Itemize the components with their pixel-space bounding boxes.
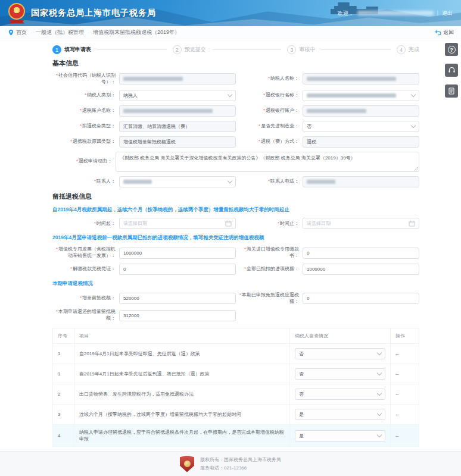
period-end-label: *时间止： [236,221,303,227]
credit-code-input[interactable] [119,73,236,84]
service-phone: 服务电话：021-12366 [200,464,281,472]
refund-bank-account-input[interactable] [303,105,419,117]
breadcrumb: 首页 · 一般退（抵）税管理 · 增值税期末留抵税额退税（2019年） 返回 [0,26,461,39]
total-deducted-input-tax-input[interactable]: 1000000 [303,264,419,275]
advanced-manufacturing-control: 否 [303,121,419,132]
contact-phone-input[interactable] [303,176,419,187]
chevron-down-icon [411,123,416,127]
refund-bank-name-input[interactable] [303,90,419,101]
self-check-select-3[interactable]: 否 [295,389,385,400]
applied-refund-amount-input[interactable]: 312000 [119,310,236,321]
form-row: *退税申请理由：《财政部 税务总局 海关总署关于深化增值税改革有关政策的公告》（… [52,152,419,172]
form-row: *解缴税款完税凭证：0*全部已抵扣的进项税额：1000000 [52,264,419,275]
incremental-credit-amount-field: *增量留抵税额：520000 [52,292,236,305]
tax-bureau-logo: ★ [8,3,25,24]
contact-phone-control [303,176,419,187]
help-icon[interactable]: ? [445,43,458,56]
tax-payment-receipt-field: *解缴税款完税凭证：0 [52,264,236,275]
row-operation: -- [391,425,419,447]
total-deducted-input-tax-control: 1000000 [303,264,419,275]
self-check-select-4[interactable]: 是 [295,409,385,420]
refund-reason-type-field: *退抵税款原因类型：增值税增量留抵税额退税 [52,136,236,148]
refund-account-name-field: *退税账户名称： [52,105,236,117]
breadcrumb-home[interactable]: 首页 [16,29,27,36]
refund-method-input[interactable]: 退税 [303,136,419,148]
row-number: 1 [53,364,74,384]
refund-account-name-input[interactable] [119,105,236,117]
step-4: 4完成 [397,45,419,54]
period-end-control: 请选择日期 [303,218,419,229]
refund-subtitle-3: 本期申请退税情况 [52,280,419,287]
taxpayer-type-input[interactable]: 纳税人 [119,90,236,101]
credit-code-control [119,73,236,84]
incremental-credit-amount-input[interactable]: 520000 [119,293,236,304]
refund-apply-reason-input[interactable]: 《财政部 税务总局 海关总署关于深化增值税改革有关政策的公告》（财政部 税务总局… [116,152,419,172]
advanced-manufacturing-input[interactable]: 否 [303,121,419,132]
contact-phone-field: *联系人电话： [236,176,419,187]
breadcrumb-section[interactable]: 一般退（抵）税管理 [36,29,84,36]
refund-info-form: 自2019年4月税款所属期起，连续六个月（按季纳税的，连续两个季度）增量留抵税额… [52,206,419,322]
basic-info-form: *社会信用代码（纳税人识别号）：*纳税人名称：*纳税人类别：纳税人*退税银行名称… [52,73,419,187]
customs-vat-payment-field: *海关进口增值税专用缴款书：0 [236,246,419,259]
total-deducted-input-tax-field: *全部已抵扣的进项税额：1000000 [236,264,419,275]
refund-bank-account-label: *退税银行账户： [236,108,303,114]
step-number: 3 [287,45,296,54]
refund-method-control: 退税 [303,136,419,148]
applied-refund-amount-label: *本期申请退还的增量留抵税额： [52,309,119,322]
step-connector [97,49,167,50]
refund-reason-type-control: 增值税增量留抵税额退税 [119,136,236,148]
form-guide-icon[interactable] [445,84,458,98]
form-row: *时间起：请选择日期*时间止：请选择日期 [52,218,419,229]
applied-refund-amount-field: *本期申请退还的增量留抵税额：312000 [52,309,236,322]
redacted-value [123,180,152,184]
customs-vat-payment-label: *海关进口增值税专用缴款书： [236,246,303,259]
self-check-select-1[interactable]: 否 [295,348,385,359]
refund-tax-type-field: *拟退税金类型：汇算清缴、结算清缴退税（费） [52,121,236,132]
refund-account-name-label: *退税账户名称： [52,108,119,114]
step-2: 2预览提交 [173,45,206,54]
tax-payment-receipt-label: *解缴税款完税凭证： [52,266,119,273]
contact-control [119,176,236,187]
back-button[interactable]: 返回 [435,29,454,36]
refund-method-label: *退税（费）方式： [236,139,303,145]
table-row: 1自2019年4月1日起未享受先征后返到退、将已抵扣（退）政策否-- [53,364,419,384]
credit-code-label: *社会信用代码（纳税人识别号）： [52,73,119,86]
tax-payment-receipt-input[interactable]: 0 [119,264,236,275]
location-pin-icon [8,29,14,36]
declared-exempt-refund-amount-control: 0 [303,293,419,304]
period-end-input[interactable]: 请选择日期 [303,218,419,229]
table-header-3: 纳税人自查情况 [290,328,391,344]
refund-reason-type-input[interactable]: 增值税增量留抵税额退税 [119,136,236,148]
contact-input[interactable] [119,176,236,187]
form-row: *增量留抵税额：520000*本期已申报免抵退税应退税额：0 [52,292,419,305]
row-operation: -- [391,384,419,405]
app-header: ★ 国家税务总局上海市电子税务局 欢迎， | 退出 [0,0,461,26]
step-label: 填写申请表 [64,46,91,54]
declared-exempt-refund-amount-input[interactable]: 0 [303,293,419,304]
customs-vat-payment-input[interactable]: 0 [303,248,419,259]
period-start-label: *时间起： [52,221,119,227]
self-check-answer-cell: 否 [290,384,391,405]
floating-toolbar: ? [445,43,458,98]
refund-tax-type-input[interactable]: 汇算清缴、结算清缴退税（费） [119,121,236,132]
customer-service-icon[interactable] [445,64,458,77]
vat-special-invoice-input[interactable]: 1000000 [119,248,236,259]
welcome-prefix: 欢迎， [338,10,354,17]
refund-bank-account-field: *退税银行账户： [236,105,419,117]
form-row: *纳税人类别：纳税人*退税银行名称： [52,90,419,101]
row-number: 2 [53,384,74,405]
breadcrumb-page: 增值税期末留抵税额退税（2019年） [93,29,180,36]
incremental-credit-amount-label: *增量留抵税额： [52,295,119,302]
copyright-text: 版权所有：国家税务总局上海市税务局 [200,456,281,464]
back-button-label: 返回 [443,29,454,36]
period-start-input[interactable]: 请选择日期 [119,218,236,229]
row-operation: -- [391,344,419,364]
refund-subtitle-2: 2019年4月至申请退税前一税款所属期已抵扣的进项税额情况，填写相关凭证注明的增… [52,234,419,242]
self-check-select-5[interactable]: 是 [295,430,385,441]
taxpayer-name-field: *纳税人名称： [236,73,419,86]
logout-link[interactable]: 退出 [442,10,453,17]
self-check-select-2[interactable]: 否 [295,368,385,380]
declared-exempt-refund-amount-label: *本期已申报免抵退税应退税额： [236,292,303,305]
vat-special-invoice-control: 1000000 [119,248,236,259]
taxpayer-name-input[interactable] [303,73,419,84]
